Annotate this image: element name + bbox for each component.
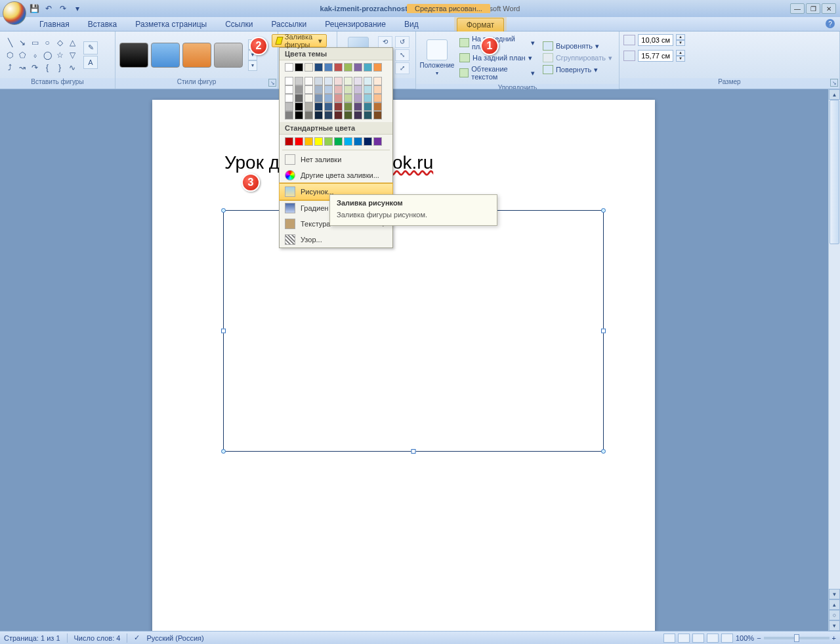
color-swatch[interactable] [373,111,382,119]
color-swatch[interactable] [285,102,293,111]
undo-icon[interactable]: ↶ [43,3,54,14]
color-swatch[interactable] [324,85,333,94]
color-swatch[interactable] [334,77,343,85]
style-more-icon[interactable]: ▾ [248,60,257,71]
color-swatch[interactable] [285,94,293,102]
scroll-up-icon[interactable]: ▲ [829,89,840,100]
color-swatch[interactable] [344,111,352,119]
zoom-out-icon[interactable]: − [757,634,761,642]
shape-width-input[interactable] [638,50,673,62]
browse-object-icon[interactable]: ○ [829,610,840,620]
group-button[interactable]: Сгруппировать ▾ [540,53,615,63]
color-swatch[interactable] [364,77,372,85]
minimize-button[interactable]: — [790,3,805,14]
close-button[interactable]: ✕ [822,3,836,14]
color-swatch[interactable] [354,94,362,102]
color-swatch[interactable] [334,137,343,146]
rotate-button[interactable]: Повернуть ▾ [540,64,615,75]
dialog-launcher-icon[interactable]: ↘ [268,79,276,87]
color-swatch[interactable] [285,111,293,119]
color-swatch[interactable] [334,94,343,102]
outline-view-icon[interactable] [707,633,719,643]
scroll-down-icon[interactable]: ▼ [829,589,840,599]
color-swatch[interactable] [304,63,313,72]
depth-icon[interactable]: ⤡ [395,49,410,61]
color-swatch[interactable] [364,137,372,146]
resize-handle-ne[interactable] [601,208,606,213]
spinner-up-icon[interactable]: ▲ [676,50,685,56]
color-swatch[interactable] [364,111,372,119]
resize-handle-s[interactable] [411,449,416,454]
color-swatch[interactable] [314,111,323,119]
direction-icon[interactable]: ⤢ [395,62,410,74]
help-icon[interactable]: ? [826,19,835,28]
word-count[interactable]: Число слов: 4 [74,634,121,642]
resize-handle-se[interactable] [601,449,606,454]
color-swatch[interactable] [364,102,372,111]
resize-handle-nw[interactable] [221,208,226,213]
zoom-in-icon[interactable]: + [832,634,836,642]
color-swatch[interactable] [334,85,343,94]
color-swatch[interactable] [295,63,303,72]
color-swatch[interactable] [295,102,303,111]
color-swatch[interactable] [344,63,352,72]
zoom-slider-thumb[interactable] [794,634,799,642]
text-wrapping-button[interactable]: Обтекание текстом ▾ [457,64,537,81]
color-swatch[interactable] [324,94,333,102]
color-swatch[interactable] [344,77,352,85]
zoom-level[interactable]: 100% [736,634,754,642]
color-swatch[interactable] [314,137,323,146]
color-swatch[interactable] [334,102,343,111]
color-swatch[interactable] [354,111,362,119]
color-swatch[interactable] [373,94,382,102]
color-swatch[interactable] [334,63,343,72]
color-swatch[interactable] [373,85,382,94]
proofing-icon[interactable]: ✓ [134,633,140,642]
color-swatch[interactable] [373,137,382,146]
tab-format[interactable]: Формат [457,18,505,32]
more-fill-colors-item[interactable]: Другие цвета заливки... [280,167,392,183]
tab-references[interactable]: Ссылки [216,18,262,31]
redo-icon[interactable]: ↷ [58,3,68,14]
web-layout-view-icon[interactable] [692,633,704,643]
color-swatch[interactable] [314,63,323,72]
color-swatch[interactable] [354,77,362,85]
shape-style-orange[interactable] [182,43,211,68]
color-swatch[interactable] [314,94,323,102]
color-swatch[interactable] [304,85,313,94]
zoom-slider[interactable] [764,637,830,639]
print-layout-view-icon[interactable] [663,633,675,643]
pattern-fill-item[interactable]: Узор... [280,232,392,247]
no-fill-item[interactable]: Нет заливки [280,152,392,167]
shape-style-gray[interactable] [214,43,243,68]
color-swatch[interactable] [324,77,333,85]
resize-handle-w[interactable] [221,329,226,333]
edit-shape-icon[interactable]: ✎ [83,41,98,54]
spinner-down-icon[interactable]: ▼ [676,56,685,62]
tab-layout[interactable]: Разметка страницы [126,18,216,31]
color-swatch[interactable] [285,85,293,94]
shape-style-black[interactable] [119,43,148,68]
color-swatch[interactable] [304,77,313,85]
tab-review[interactable]: Рецензирование [316,18,395,31]
color-swatch[interactable] [373,63,382,72]
color-swatch[interactable] [324,111,333,119]
color-swatch[interactable] [354,85,362,94]
color-swatch[interactable] [324,63,333,72]
tab-home[interactable]: Главная [30,18,79,31]
maximize-button[interactable]: ❐ [806,3,820,14]
shape-fill-button[interactable]: Заливка фигуры ▾ [272,34,327,47]
color-swatch[interactable] [364,85,372,94]
resize-handle-e[interactable] [601,329,606,333]
send-to-back-button[interactable]: На задний план ▾ [457,53,537,63]
spinner-down-icon[interactable]: ▼ [676,40,685,46]
color-swatch[interactable] [324,137,333,146]
shape-style-blue[interactable] [151,43,180,68]
color-swatch[interactable] [373,102,382,111]
color-swatch[interactable] [285,137,293,146]
prev-page-icon[interactable]: ▴ [829,599,840,610]
shape-height-input[interactable] [638,34,673,46]
color-swatch[interactable] [354,102,362,111]
dialog-launcher-icon[interactable]: ↘ [830,79,838,87]
color-swatch[interactable] [344,102,352,111]
